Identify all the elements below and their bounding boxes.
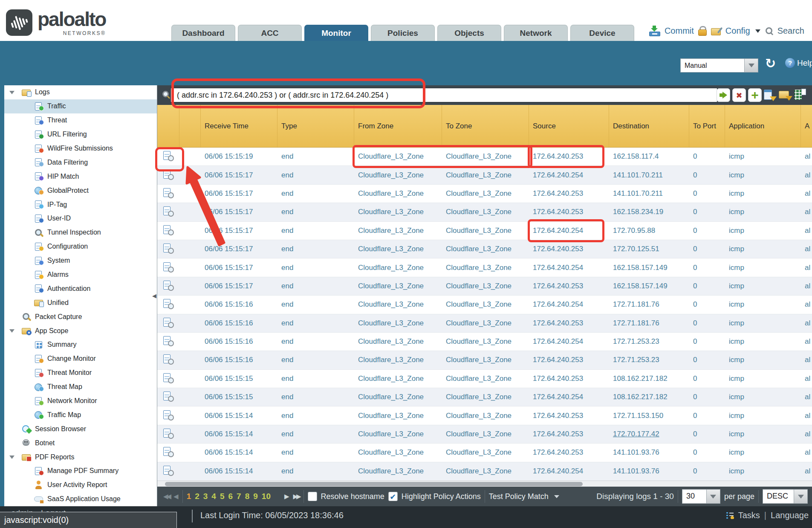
log-detail-icon[interactable] <box>163 429 174 440</box>
next-page-icon[interactable]: ▶ <box>284 493 289 500</box>
sidebar-item[interactable]: Logs <box>4 85 157 99</box>
log-detail-icon[interactable] <box>163 410 174 421</box>
table-row[interactable]: 06/06 15:15:17 end Cloudflare_L3_Zone Cl… <box>157 240 812 258</box>
table-row[interactable]: 06/06 15:15:17 end Cloudflare_L3_Zone Cl… <box>157 185 812 203</box>
table-row[interactable]: 06/06 15:15:19 end Cloudflare_L3_Zone Cl… <box>157 148 812 166</box>
config-button[interactable]: Config <box>725 26 750 36</box>
saved-filters-icon[interactable] <box>779 88 792 102</box>
sidebar-item[interactable]: Threat Monitor <box>4 366 157 380</box>
column-header-type[interactable]: Type <box>277 105 354 147</box>
cell-destination[interactable]: 172.70.95.88 <box>609 226 689 235</box>
config-caret-icon[interactable] <box>755 29 760 33</box>
cell-destination[interactable]: 172.71.181.76 <box>609 300 689 309</box>
cell-destination[interactable]: 172.71.253.23 <box>609 337 689 346</box>
commit-button[interactable]: Commit <box>665 26 694 36</box>
page-number[interactable]: 5 <box>220 492 225 501</box>
sidebar-item[interactable]: HIP Match <box>4 169 157 183</box>
sidebar-item[interactable]: PDF Reports <box>4 450 157 464</box>
lock-icon[interactable] <box>698 26 707 36</box>
table-row[interactable]: 06/06 15:15:14 end Cloudflare_L3_Zone Cl… <box>157 406 812 425</box>
table-row[interactable]: 06/06 15:15:17 end Cloudflare_L3_Zone Cl… <box>157 258 812 277</box>
sidebar-item[interactable]: Session Browser <box>4 422 157 436</box>
sidebar-item[interactable]: App Scope <box>4 324 157 338</box>
log-detail-icon[interactable] <box>163 354 174 366</box>
log-detail-icon[interactable] <box>163 244 174 255</box>
column-header-receive-time[interactable]: Receive Time <box>201 105 277 147</box>
cell-destination[interactable]: 172.71.181.76 <box>609 319 689 328</box>
sidebar-item[interactable]: System <box>4 254 157 268</box>
test-policy-match-button[interactable]: Test Policy Match <box>489 492 549 501</box>
cell-destination[interactable]: 162.158.234.19 <box>609 208 689 216</box>
cell-destination[interactable]: 141.101.93.76 <box>609 467 689 476</box>
sidebar-item[interactable]: Authentication <box>4 281 157 296</box>
table-row[interactable]: 06/06 15:15:16 end Cloudflare_L3_Zone Cl… <box>157 296 812 314</box>
first-page-icon[interactable]: ◀◀ <box>163 493 170 500</box>
cell-destination[interactable]: 162.158.157.149 <box>609 282 689 290</box>
sidebar-item[interactable]: Summary <box>4 338 157 352</box>
sidebar-item[interactable]: Packet Capture <box>4 310 157 324</box>
cell-destination[interactable]: 141.101.93.76 <box>609 448 689 457</box>
nav-tab[interactable]: Objects <box>437 25 501 41</box>
log-detail-icon[interactable] <box>163 281 174 292</box>
page-number[interactable]: 8 <box>245 492 250 501</box>
nav-tab[interactable]: ACC <box>238 25 302 41</box>
sidebar-item[interactable]: Change Monitor <box>4 352 157 366</box>
table-row[interactable]: 06/06 15:15:15 end Cloudflare_L3_Zone Cl… <box>157 388 812 406</box>
highlight-policy-checkbox[interactable]: ✔ <box>388 492 398 501</box>
table-row[interactable]: 06/06 15:15:14 end Cloudflare_L3_Zone Cl… <box>157 462 812 481</box>
splitter-collapse-icon[interactable]: ◀ <box>152 293 156 299</box>
log-detail-icon[interactable] <box>163 318 174 329</box>
table-row[interactable]: 06/06 15:15:16 end Cloudflare_L3_Zone Cl… <box>157 314 812 333</box>
filter-builder-icon[interactable] <box>764 88 777 102</box>
cell-destination[interactable]: 172.71.253.23 <box>609 356 689 364</box>
column-header-application[interactable]: Application <box>725 105 801 147</box>
sidebar-item[interactable]: Manage PDF Summary <box>4 464 157 478</box>
page-number[interactable]: 4 <box>211 492 216 501</box>
page-number[interactable]: 3 <box>203 492 208 501</box>
sidebar-item[interactable]: SaaS Application Usage <box>4 492 157 506</box>
log-detail-icon[interactable] <box>163 299 174 310</box>
sidebar-item[interactable]: IP-Tag <box>4 197 157 212</box>
table-row[interactable]: 06/06 15:15:14 end Cloudflare_L3_Zone Cl… <box>157 444 812 462</box>
export-csv-icon[interactable] <box>795 89 806 102</box>
per-page-dropdown-button[interactable] <box>706 490 720 503</box>
horizontal-scrollbar[interactable] <box>157 481 812 487</box>
prev-page-icon[interactable]: ◀ <box>173 493 179 500</box>
sidebar-item[interactable]: GlobalProtect <box>4 183 157 197</box>
table-row[interactable]: 06/06 15:15:14 end Cloudflare_L3_Zone Cl… <box>157 425 812 444</box>
cell-destination[interactable]: 141.101.70.211 <box>609 171 689 180</box>
log-detail-icon[interactable] <box>163 188 174 199</box>
log-detail-icon[interactable] <box>163 447 174 458</box>
per-page-select[interactable]: 30 <box>682 489 720 504</box>
column-header-source[interactable]: Source <box>529 105 609 147</box>
sidebar-item[interactable]: Botnet <box>4 436 157 450</box>
page-number[interactable]: 1 <box>187 492 191 501</box>
sidebar-item[interactable]: User Activity Report <box>4 478 157 492</box>
tasks-icon[interactable] <box>726 512 734 519</box>
sidebar-item[interactable]: Threat <box>4 113 157 128</box>
log-detail-icon[interactable] <box>163 373 174 384</box>
log-detail-icon[interactable] <box>163 225 174 236</box>
tasks-button[interactable]: Tasks <box>738 511 760 520</box>
page-number[interactable]: 10 <box>262 492 271 501</box>
nav-tab[interactable]: Policies <box>371 25 435 41</box>
page-number[interactable]: 9 <box>253 492 258 501</box>
nav-tab[interactable]: Monitor <box>304 25 368 41</box>
sidebar-item[interactable]: Traffic Map <box>4 408 157 422</box>
add-filter-button[interactable]: + <box>748 88 762 102</box>
log-detail-icon[interactable] <box>163 262 174 273</box>
sidebar-item[interactable]: Alarms <box>4 268 157 282</box>
search-button[interactable]: Search <box>777 26 804 36</box>
cell-destination[interactable]: 141.101.70.211 <box>609 189 689 198</box>
column-header-action[interactable]: A <box>801 105 812 147</box>
sort-order-select[interactable]: DESC <box>763 489 808 504</box>
table-row[interactable]: 06/06 15:15:15 end Cloudflare_L3_Zone Cl… <box>157 370 812 388</box>
sidebar-item[interactable]: Configuration <box>4 240 157 254</box>
column-header-to-port[interactable]: To Port <box>689 105 725 147</box>
cell-destination[interactable]: 172.71.153.150 <box>609 412 689 420</box>
refresh-mode-select[interactable]: Manual <box>680 58 758 73</box>
sidebar-item[interactable]: User-ID <box>4 212 157 226</box>
cell-destination[interactable]: 162.158.157.149 <box>609 264 689 272</box>
help-link[interactable]: Help <box>797 58 812 68</box>
refresh-mode-dropdown-button[interactable] <box>744 59 758 72</box>
